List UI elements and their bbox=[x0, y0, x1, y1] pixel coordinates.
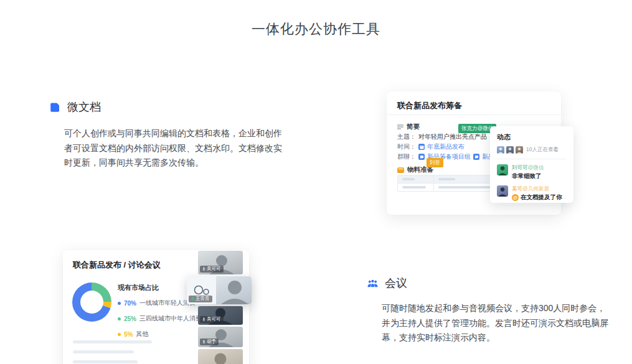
calendar-icon bbox=[418, 144, 425, 150]
meeting-people-icon bbox=[367, 278, 378, 289]
doc-outline-row: 简要 bbox=[397, 123, 420, 131]
doc-time-row: 时间： 年底新品发布 bbox=[397, 142, 465, 151]
activity-text: @ 在文档提及了你 bbox=[512, 194, 562, 202]
viewers-row: 10人正在查看 bbox=[497, 146, 567, 154]
time-link[interactable]: 年底新品发布 bbox=[427, 142, 465, 151]
placeholder-bar bbox=[73, 340, 152, 343]
activity-user: 吴可@几何家居 bbox=[512, 185, 562, 192]
activity-panel: 动态 10人正在查看 刘可可@微信 非常细致了 bbox=[490, 126, 573, 203]
doc-topic-row: 主题： 对年轻用户推出亮点产品 bbox=[397, 133, 491, 141]
activity-title: 动态 bbox=[497, 133, 567, 142]
materials-icon bbox=[397, 167, 404, 173]
list-icon bbox=[397, 124, 403, 129]
feature-meeting-header: 会议 bbox=[367, 276, 407, 291]
video-tile: 吴可可 bbox=[198, 251, 243, 274]
legend-dot bbox=[118, 302, 121, 305]
participant-photo bbox=[216, 276, 252, 304]
chat-icon bbox=[473, 154, 479, 160]
mic-icon bbox=[202, 317, 205, 322]
legend-item: 25%三四线城市中年人消费 bbox=[118, 314, 202, 323]
donut-hole bbox=[80, 291, 103, 314]
mention-icon: @ bbox=[512, 194, 519, 201]
doc-card-title: 联合新品发布筹备 bbox=[397, 100, 462, 111]
mic-icon bbox=[202, 267, 205, 271]
placeholder-bar bbox=[73, 360, 138, 363]
document-icon bbox=[50, 102, 60, 113]
outline-label: 简要 bbox=[407, 123, 420, 131]
activity-item: 吴可@几何家居 @ 在文档提及了你 bbox=[497, 185, 567, 202]
assignee-tag: 刘菲 bbox=[427, 158, 443, 167]
legend-label: 其他 bbox=[136, 330, 148, 338]
feature-meeting-heading: 会议 bbox=[385, 276, 407, 291]
legend-item: 5%其他 bbox=[118, 330, 202, 338]
donut-chart bbox=[72, 282, 111, 322]
divider bbox=[387, 114, 561, 115]
feature-doc-header: 微文档 bbox=[50, 100, 101, 114]
doc-card: 联合新品发布筹备 简要 主题： 对年轻用户推出亮点产品 张克力@微信 时间： 年… bbox=[387, 91, 561, 215]
legend-percent: 25% bbox=[124, 315, 136, 322]
divider bbox=[497, 159, 567, 159]
page-title: 一体化办公协作工具 bbox=[0, 20, 632, 39]
avatar bbox=[497, 185, 508, 197]
chat-icon bbox=[418, 154, 425, 160]
activity-user: 刘可可@微信 bbox=[512, 164, 544, 170]
legend-label: 三四线城市中年人消费 bbox=[139, 314, 202, 323]
placeholder-bar bbox=[73, 350, 134, 353]
video-tile: Tommy bbox=[198, 349, 243, 364]
legend-percent: 70% bbox=[124, 300, 136, 307]
feature-doc-heading: 微文档 bbox=[67, 100, 101, 114]
topic-label: 主题： bbox=[397, 133, 416, 141]
participant-label: 王青青 bbox=[189, 296, 212, 302]
mic-icon bbox=[202, 340, 205, 344]
video-tile: 吴可可 bbox=[198, 306, 243, 325]
participant-label: 胡予 bbox=[200, 338, 219, 345]
meeting-card: 联合新品发布 / 讨论会议 现有市场占比 70%一线城市年轻人消费25%三四线城… bbox=[63, 250, 249, 364]
group-label: 群聊： bbox=[397, 152, 416, 161]
avatar bbox=[506, 146, 514, 154]
mic-active-icon bbox=[191, 297, 194, 301]
feature-doc-description: 可个人创作或与同事共同编辑的文档和表格，企业和创作者可设置文档的内外部访问权限、… bbox=[64, 126, 285, 170]
participant-label: 吴可可 bbox=[200, 316, 224, 323]
activity-item: 刘可可@微信 非常细致了 bbox=[497, 164, 567, 180]
participant-label: 吴可可 bbox=[200, 266, 224, 273]
legend-dot bbox=[118, 317, 121, 320]
meeting-card-title: 联合新品发布 / 讨论会议 bbox=[73, 259, 161, 271]
legend-dot bbox=[118, 333, 121, 336]
avatar bbox=[516, 146, 523, 154]
time-label: 时间： bbox=[397, 142, 416, 151]
activity-text: 非常细致了 bbox=[512, 172, 544, 180]
video-tile-active: 王青青 bbox=[187, 276, 252, 304]
avatar bbox=[497, 146, 504, 154]
video-tile: 胡予 bbox=[198, 327, 243, 347]
viewers-count: 10人正在查看 bbox=[526, 146, 559, 154]
feature-meeting-description: 可随时随地发起和参与音视频会议，支持300人同时参会，并为主持人提供了管理功能。… bbox=[382, 301, 613, 345]
legend-percent: 5% bbox=[124, 331, 133, 338]
avatar bbox=[497, 164, 508, 175]
topic-value: 对年轻用户推出亮点产品 bbox=[418, 133, 487, 141]
